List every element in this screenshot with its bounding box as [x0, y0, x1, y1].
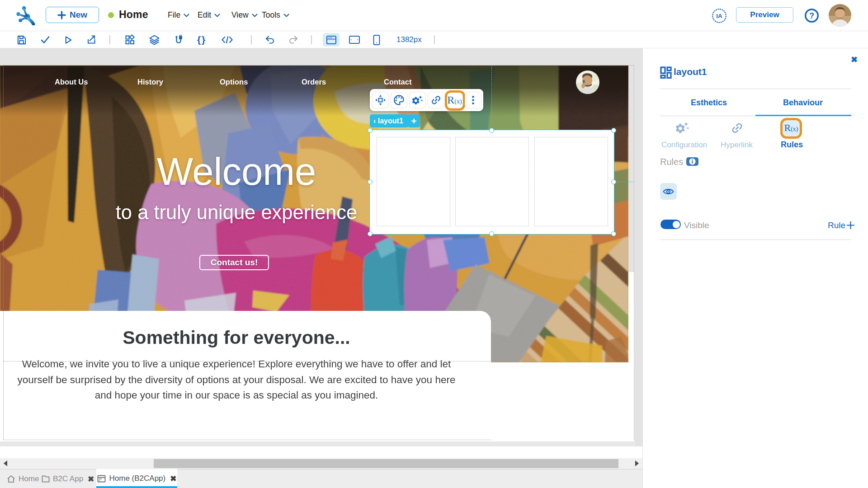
svg-text:IA: IA [716, 13, 722, 19]
svg-text:?: ? [809, 11, 814, 20]
